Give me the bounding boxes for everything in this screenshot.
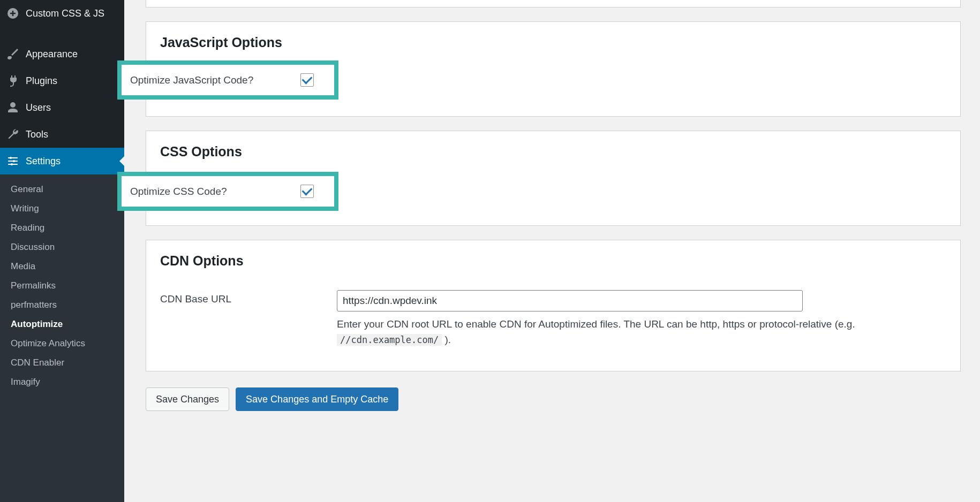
settings-submenu: General Writing Reading Discussion Media… [0,174,124,502]
menu-item-settings[interactable]: Settings [0,148,124,174]
submenu-perfmatters[interactable]: perfmatters [0,295,124,315]
main-content: Optimize JavaScript Code? Optimize CSS C… [124,0,980,502]
menu-item-plugins[interactable]: Plugins [0,67,124,94]
button-row: Save Changes Save Changes and Empty Cach… [146,387,961,411]
highlight-optimize-css: Optimize CSS Code? [117,172,338,211]
svg-point-3 [11,163,13,165]
submenu-media[interactable]: Media [0,257,124,276]
save-changes-empty-cache-button[interactable]: Save Changes and Empty Cache [236,387,398,411]
plug-icon [6,74,19,87]
submenu-general[interactable]: General [0,180,124,199]
plus-circle-icon [6,7,19,20]
wrench-icon [6,128,19,141]
submenu-discussion[interactable]: Discussion [0,238,124,257]
menu-label: Tools [26,129,48,140]
menu-label: Users [26,102,51,113]
menu-item-users[interactable]: Users [0,94,124,121]
cdn-desc-prefix: Enter your CDN root URL to enable CDN fo… [337,318,855,330]
card-title-js: JavaScript Options [160,35,946,50]
menu-label: Custom CSS & JS [26,8,104,19]
brush-icon [6,48,19,60]
row-cdn-base-url: CDN Base URL Enter your CDN root URL to … [160,282,946,356]
card-title-css: CSS Options [160,144,946,159]
sliders-icon [6,155,19,168]
svg-point-1 [10,157,12,159]
user-icon [6,101,19,114]
submenu-imagify[interactable]: Imagify [0,372,124,392]
submenu-reading[interactable]: Reading [0,218,124,238]
cdn-desc-code: //cdn.example.com/ [337,334,442,346]
menu-item-tools[interactable]: Tools [0,121,124,148]
menu-label: Plugins [26,75,57,87]
save-changes-button[interactable]: Save Changes [146,387,229,411]
optimize-js-label: Optimize JavaScript Code? [130,74,300,86]
card-cdn-options: CDN Options CDN Base URL Enter your CDN … [146,240,961,371]
menu-label: Settings [26,156,61,167]
admin-sidebar: Custom CSS & JS Appearance Plugins Users… [0,0,124,502]
card-title-cdn: CDN Options [160,253,946,269]
menu-item-appearance[interactable]: Appearance [0,41,124,67]
previous-card-sliver [146,0,961,7]
cdn-base-url-label: CDN Base URL [160,290,337,305]
highlight-optimize-js: Optimize JavaScript Code? [117,60,338,100]
submenu-autoptimize[interactable]: Autoptimize [0,315,124,334]
optimize-css-label: Optimize CSS Code? [130,186,300,197]
menu-item-custom-css-js[interactable]: Custom CSS & JS [0,0,124,27]
optimize-js-checkbox[interactable] [300,73,314,87]
submenu-cdn-enabler[interactable]: CDN Enabler [0,353,124,372]
cdn-desc-suffix: ). [442,334,451,345]
submenu-writing[interactable]: Writing [0,199,124,218]
submenu-optimize-analytics[interactable]: Optimize Analytics [0,334,124,353]
menu-label: Appearance [26,49,78,60]
svg-point-2 [13,160,15,162]
optimize-css-checkbox[interactable] [300,185,314,198]
submenu-permalinks[interactable]: Permalinks [0,276,124,295]
cdn-base-url-input[interactable] [337,290,803,311]
cdn-base-url-description: Enter your CDN root URL to enable CDN fo… [337,317,946,347]
